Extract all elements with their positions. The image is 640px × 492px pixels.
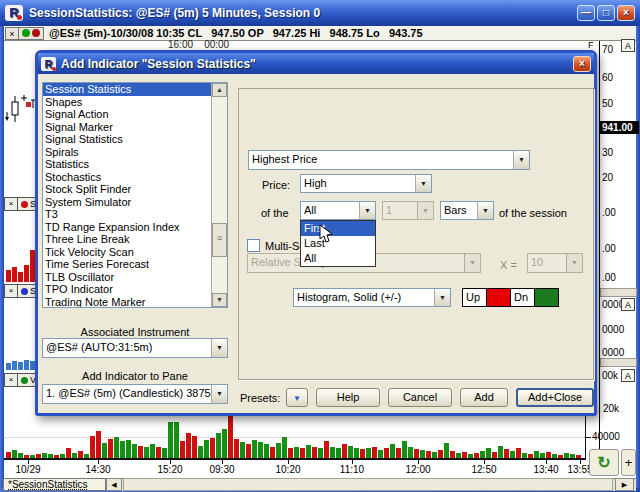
close-button[interactable]: ×	[617, 5, 635, 21]
mini-bar	[6, 270, 11, 282]
add-button[interactable]: Add	[460, 388, 508, 407]
help-button[interactable]: Help	[316, 388, 380, 407]
list-item[interactable]: Signal Action	[43, 108, 211, 121]
mouse-cursor	[319, 224, 335, 244]
add-close-button[interactable]: Add+Close	[516, 388, 594, 407]
volume-bar	[342, 444, 347, 459]
window-title: SessionStatistics: @ES# (5m) 5 Minutes, …	[29, 6, 320, 20]
pane-close-button[interactable]: ×	[4, 284, 18, 298]
price-dropdown[interactable]: High▼	[300, 174, 432, 193]
auto-scale-button[interactable]: A	[621, 298, 635, 311]
presets-label: Presets:	[240, 392, 280, 404]
scope-menu-item[interactable]: Last	[301, 236, 375, 251]
associated-instrument-dropdown[interactable]: @ES# (AUTO:31:5m)▼	[42, 338, 228, 358]
chart-tab[interactable]: *SessionStatistics	[3, 478, 106, 491]
pane-splitter[interactable]	[600, 288, 637, 297]
list-item[interactable]: System Simulator	[43, 196, 211, 209]
axis-label: .00	[602, 243, 616, 254]
instrument-quote-text: @ES# (5m)-10/30/08 10:35 CL 947.50 OP 94…	[49, 27, 423, 39]
horizontal-scrollbar[interactable]	[123, 478, 613, 491]
list-item[interactable]: Signal Statistics	[43, 133, 211, 146]
list-item[interactable]: Tick Velocity Scan	[43, 246, 211, 259]
dialog-body: Session StatisticsShapesSignal ActionSig…	[38, 74, 594, 413]
up-label: Up	[462, 288, 487, 307]
volume-bar	[240, 442, 245, 459]
list-item[interactable]: Session Statistics	[43, 83, 211, 96]
mini-bar	[12, 361, 17, 370]
list-item[interactable]: Spirals	[43, 146, 211, 159]
up-color-swatch[interactable]	[486, 288, 511, 307]
cancel-button[interactable]: Cancel	[388, 388, 452, 407]
refresh-button[interactable]: ↻	[589, 449, 619, 476]
auto-scale-button[interactable]: A	[621, 39, 635, 52]
statistic-dropdown[interactable]: Highest Price▼	[248, 150, 530, 170]
volume-bar	[186, 433, 191, 459]
bar-count-dropdown: 1▼	[382, 201, 434, 220]
indicator-dot	[21, 377, 28, 384]
presets-dropdown-button[interactable]: ▼	[286, 388, 308, 407]
list-item[interactable]: Three Line Break	[43, 233, 211, 246]
price-label: Price:	[262, 179, 290, 191]
zoom-plus-button[interactable]: +	[621, 449, 636, 476]
axis-label: 00k	[602, 370, 618, 381]
list-item[interactable]: Time Series Forecast	[43, 258, 211, 271]
chevron-down-icon: ▼	[513, 151, 529, 169]
chevron-down-icon: ▼	[211, 385, 227, 403]
associated-instrument-label: Associated Instrument	[42, 326, 228, 338]
scroll-thumb[interactable]	[212, 223, 227, 257]
add-to-pane-dropdown[interactable]: 1. @ES# (5m) (Candlestick) 3875 I▼	[42, 384, 228, 404]
tab-scroll-right-button[interactable]: ▶	[615, 478, 634, 491]
pane-close-button[interactable]: ×	[4, 197, 18, 211]
scope-menu: FirstLastAll	[300, 220, 376, 267]
list-item[interactable]: Stock Split Finder	[43, 183, 211, 196]
chevron-down-icon: ▼	[434, 289, 450, 306]
volume-bar	[174, 422, 179, 459]
axis-label: 20	[602, 172, 613, 183]
scroll-down-button[interactable]: ▼	[212, 293, 227, 307]
multi-session-checkbox[interactable]	[247, 239, 260, 252]
maximize-button[interactable]: □	[597, 5, 615, 21]
list-item[interactable]: TLB Oscillator	[43, 271, 211, 284]
list-item[interactable]: TD Range Expansion Index	[43, 221, 211, 234]
axis-label: .00	[602, 272, 616, 283]
volume-bar	[444, 443, 449, 459]
list-item[interactable]: Trading Note Marker	[43, 296, 211, 309]
axis-label: .00	[602, 207, 616, 218]
window-frame-right	[636, 26, 640, 492]
mini-bar	[18, 272, 23, 282]
dn-color-swatch[interactable]	[534, 288, 559, 307]
chevron-down-icon: ▼	[359, 202, 375, 219]
auto-scale-button[interactable]: A	[621, 369, 635, 382]
x-equals-label: X =	[500, 259, 517, 271]
add-to-pane-label: Add Indicator to Pane	[42, 370, 228, 382]
app-window: R SessionStatistics: @ES# (5m) 5 Minutes…	[0, 0, 640, 492]
scope-dropdown[interactable]: All▼	[300, 201, 376, 220]
dialog-close-button[interactable]: ×	[573, 56, 591, 72]
list-item[interactable]: TPO Indicator	[43, 283, 211, 296]
volume-bar	[204, 440, 209, 459]
mini-bar	[18, 362, 23, 370]
list-item[interactable]: Stochastics	[43, 171, 211, 184]
list-scrollbar[interactable]: ▲ ▼	[211, 83, 227, 307]
scope-menu-item[interactable]: First	[301, 221, 375, 236]
list-item[interactable]: T3	[43, 208, 211, 221]
list-item[interactable]: Signal Marker	[43, 121, 211, 134]
volume-bar	[210, 438, 215, 459]
chevron-down-icon: ▼	[211, 339, 227, 357]
pane-close-button[interactable]: ×	[4, 373, 18, 387]
scope-menu-item[interactable]: All	[301, 251, 375, 266]
volume-bar	[228, 415, 233, 459]
list-item[interactable]: Shapes	[43, 96, 211, 109]
tab-scroll-left-button[interactable]: ◀	[106, 478, 122, 491]
indicator-dot	[21, 201, 28, 208]
scroll-up-button[interactable]: ▲	[212, 83, 227, 97]
pane-splitter[interactable]	[600, 358, 637, 367]
unit-dropdown[interactable]: Bars▼	[440, 201, 494, 220]
volume-bar	[402, 441, 407, 459]
list-item[interactable]: Statistics	[43, 158, 211, 171]
top-time-labels: 16:00 00:00	[168, 39, 229, 50]
pane-close-button[interactable]: ×	[5, 27, 19, 40]
minimize-button[interactable]: —	[577, 5, 595, 21]
axis-label: 50	[602, 98, 613, 109]
display-style-dropdown[interactable]: Histogram, Solid (+/-)▼	[293, 288, 451, 307]
